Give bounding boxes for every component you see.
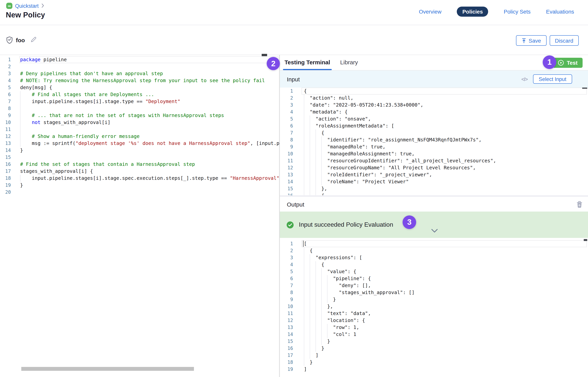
line-number: 13 [0,140,11,147]
line-number: 12 [280,317,293,324]
line-number: 5 [280,116,293,122]
trash-icon[interactable] [577,201,583,208]
select-input-button[interactable]: Select Input [533,74,572,84]
line-number: 4 [280,261,293,268]
code-line: 16# Find the set of stages that contain … [0,161,279,168]
code-line: 11 "text": "data", [280,310,588,317]
line-number: 10 [0,119,11,126]
test-label: Test [567,60,578,66]
line-number: 1 [0,56,11,63]
discard-label: Discard [555,37,573,44]
line-number: 4 [0,77,11,84]
toolbar-actions: Save Discard [516,35,579,46]
line-number: 16 [0,161,11,168]
code-line: 8 "stages_with_approval": [] [280,289,588,296]
line-number: 5 [280,268,293,275]
nav-item-policy-sets[interactable]: Policy Sets [504,9,531,15]
input-code-editor[interactable]: 1{2 "action": null,3 "date": "2022-05-05… [280,88,588,195]
upload-icon [521,38,526,43]
editor-scrollbar-thumb[interactable] [262,54,267,56]
code-line: 16 } [280,345,588,352]
code-line: 13 msg := sprintf("deployment stage '%s'… [0,140,279,147]
breadcrumb: ∞ Quickstart [6,3,44,9]
code-line: 4 "metadata": { [280,108,588,116]
line-number: 2 [280,247,293,254]
nav-item-overview[interactable]: Overview [419,9,441,15]
success-message: Input succeeded Policy Evaluation [299,221,393,228]
line-number: 14 [0,147,11,154]
policy-toolbar: foo Save Discard [0,25,588,55]
code-line: 18 input.pipeline.stages[i].stage.spec.e… [0,175,279,182]
code-line: 13 "roleIdentifier": "_project_viewer", [280,171,588,178]
line-number: 19 [280,366,293,373]
line-number: 15 [280,338,293,345]
code-icon[interactable]: </> [521,76,528,82]
line-number: 18 [280,359,293,366]
code-line: 4 { [280,261,588,268]
policy-code-editor[interactable]: 1package pipeline23# Deny pipelines that… [0,55,279,377]
edit-pencil-icon[interactable] [30,36,37,43]
nav-item-evaluations[interactable]: Evaluations [546,9,574,15]
policy-editor-page: ∞ Quickstart New Policy Overview Policie… [0,0,588,377]
code-line: 14 "roleName": "Project Viewer" [280,178,588,185]
code-line: 5 "action": "onsave", [280,116,588,122]
output-panel: Output Input suc [280,197,588,377]
panel-gap [280,195,588,197]
line-number: 2 [0,63,11,70]
horizontal-scrollbar[interactable] [21,367,194,371]
code-line: 1{ [280,88,588,94]
line-number: 12 [0,133,11,140]
code-line: 9 } [280,296,588,303]
code-line: 10 }, [280,303,588,310]
test-button[interactable]: Test [553,58,583,68]
line-number: 14 [280,331,293,338]
code-line: 11 [0,126,279,133]
chevron-down-icon[interactable] [431,229,438,233]
line-number: 15 [280,185,293,192]
line-number: 3 [280,254,293,261]
line-number: 7 [280,282,293,289]
shield-check-icon [6,36,13,44]
code-line: 19} [0,182,279,189]
line-number: 14 [280,178,293,185]
code-line: 3 "expressions": [ [280,254,588,261]
scrollbar-thumb[interactable] [584,239,587,241]
line-number: 3 [0,70,11,77]
code-line: 15 [0,154,279,161]
output-title: Output [287,201,304,208]
success-banner: Input succeeded Policy Evaluation [280,212,588,238]
code-line: 6 "pipeline": { [280,275,588,282]
breadcrumb-link-quickstart[interactable]: Quickstart [15,3,39,9]
line-number: 8 [280,136,293,143]
save-label: Save [529,37,541,44]
code-line: 15 }, [280,185,588,192]
discard-button[interactable]: Discard [550,35,579,46]
code-line: 10 not stages_with_approval[i] [0,119,279,126]
tab-library[interactable]: Library [339,59,359,70]
harness-logo-icon: ∞ [6,3,12,9]
line-number: 5 [0,84,11,91]
code-line: 6 "roleAssignmentMetadata": [ [280,122,588,130]
annotation-badge-3: 3 [403,215,416,229]
tab-testing-terminal[interactable]: Testing Terminal [284,59,331,70]
line-number: 8 [0,105,11,112]
line-number: 9 [0,112,11,119]
code-line: 12 "resourceGroupName": "All Project Lev… [280,164,588,171]
code-line: 2 [0,63,279,70]
line-number: 13 [280,171,293,178]
line-number: 6 [0,91,11,98]
main-split: 1package pipeline23# Deny pipelines that… [0,55,588,377]
code-line: 17stages_with_approval[i] { [0,168,279,175]
save-button[interactable]: Save [516,35,546,46]
output-code-editor[interactable]: 1[2 {3 "expressions": [4 {5 "value": {6 … [280,238,588,377]
line-number: 7 [280,130,293,136]
code-line: 3 "date": "2022-05-05T20:41:23.538+0000"… [280,102,588,108]
code-line: 8 [0,105,279,112]
chevron-right-icon [41,3,44,8]
line-number: 11 [280,310,293,317]
line-number: 1 [280,240,293,247]
nav-item-policies[interactable]: Policies [457,7,488,17]
input-title: Input [287,76,300,82]
scrollbar-thumb[interactable] [582,88,587,89]
line-number: 6 [280,122,293,130]
